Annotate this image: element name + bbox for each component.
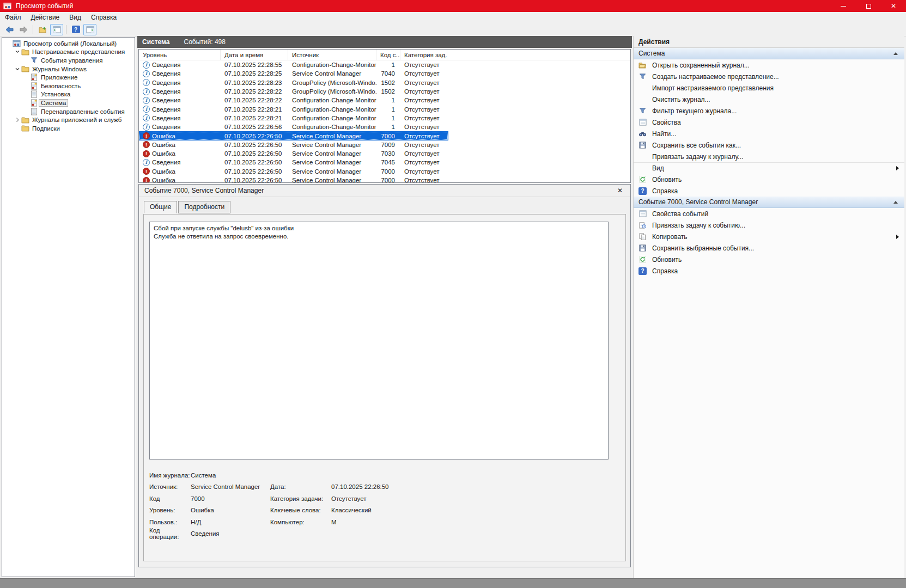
event-list-header: УровеньДата и времяИсточникКод с...Катег… [139,50,630,60]
tree-item[interactable]: Подписки [2,124,135,133]
field-value: Отсутствует [331,495,389,502]
info-icon: i [143,79,150,86]
tree-expander[interactable] [14,66,21,72]
event-row[interactable]: iСведения07.10.2025 22:28:55Configuratio… [139,60,630,69]
tree-item[interactable]: Журналы Windows [2,65,135,74]
tree-item[interactable]: Журналы приложений и служб [2,115,135,124]
action-item[interactable]: Обновить [634,174,904,185]
action-item[interactable]: Открыть сохраненный журнал... [634,59,904,71]
help-button[interactable]: ? [69,24,82,35]
action-item[interactable]: Копировать [634,231,904,242]
action-item[interactable]: Свойства [634,117,904,128]
funnel-icon [639,73,646,80]
back-button[interactable] [3,24,16,35]
field-label: Компьютер: [270,519,331,525]
console-pane-icon [86,26,94,33]
action-item-label: Привязать задачу к событию... [652,222,745,229]
menu-1[interactable]: Действие [26,12,65,23]
log-title-bar: Система Событий: 498 [137,36,632,48]
action-item[interactable]: Сохранить выбранные события... [634,242,904,254]
event-row[interactable]: iСведения07.10.2025 22:28:22Configuratio… [139,96,630,105]
detail-title: Событие 7000, Service Control Manager [144,187,264,194]
show-console-tree-button[interactable] [50,24,63,35]
close-button[interactable]: ✕ [881,0,906,12]
info-icon: i [143,88,150,95]
menu-2[interactable]: Вид [64,12,86,23]
action-item[interactable]: Очистить журнал... [634,94,904,105]
event-row[interactable]: iСведения07.10.2025 22:26:50Service Cont… [139,158,630,167]
event-message[interactable]: Сбой при запуске службы "delusb" из-за о… [149,222,609,460]
forward-button[interactable] [17,24,30,35]
column-header[interactable]: Категория зад... [400,50,447,60]
maximize-button[interactable] [856,0,881,12]
tree-item[interactable]: Перенаправленные события [2,107,135,116]
detail-tab-panel: Сбой при запуске службы "delusb" из-за о… [143,214,626,561]
log-icon [31,99,38,107]
tree-item[interactable]: Безопасность [2,82,135,90]
close-icon[interactable]: ✕ [617,187,623,194]
tab-general[interactable]: Общие [144,201,177,213]
info-icon: i [143,62,150,69]
window-controls: ✕ [831,0,906,12]
field-value: М [331,519,389,525]
field-value: Ошибка [191,507,270,513]
action-item[interactable]: Обновить [634,254,904,265]
event-row[interactable]: iСведения07.10.2025 22:28:22GroupPolicy … [139,87,630,96]
tree-item-label: Настраиваемые представления [30,48,127,56]
tree-item[interactable]: Приложение [2,73,135,82]
column-header[interactable]: Код с... [376,50,400,60]
event-viewer-window: Просмотр событий ✕ ФайлДействиеВидСправк… [0,0,906,588]
event-row[interactable]: !Ошибка07.10.2025 22:26:50Service Contro… [139,140,630,149]
menu-0[interactable]: Файл [0,12,26,23]
menu-3[interactable]: Справка [86,12,121,23]
event-row[interactable]: !Ошибка07.10.2025 22:26:50Service Contro… [139,167,630,176]
actions-section-header[interactable]: Событие 7000, Service Control Manager [634,197,904,208]
error-icon: ! [143,177,150,183]
action-item[interactable]: Создать настраиваемое представление... [634,71,904,82]
tree-item[interactable]: Система [2,99,135,107]
tab-details[interactable]: Подробности [178,201,230,213]
tree-item[interactable]: События управления [2,56,135,65]
column-header[interactable]: Дата и время [221,50,288,60]
minimize-button[interactable] [831,0,856,12]
event-row[interactable]: iСведения07.10.2025 22:28:23GroupPolicy … [139,78,630,87]
event-row[interactable]: iСведения07.10.2025 22:28:21Configuratio… [139,105,630,113]
show-action-pane-button[interactable] [83,24,96,35]
detail-title-bar: Событие 7000, Service Control Manager ✕ [139,185,630,197]
event-row[interactable]: !Ошибка07.10.2025 22:26:50Service Contro… [139,131,630,140]
tree-expander[interactable] [14,49,21,54]
app-icon [3,2,11,10]
column-header[interactable]: Уровень [139,50,221,60]
action-item[interactable]: Привязать задачу к журналу... [634,151,904,162]
tree-expander[interactable] [14,117,21,122]
event-row[interactable]: iСведения07.10.2025 22:26:56Configuratio… [139,122,630,131]
action-item[interactable]: Вид [634,162,904,174]
tree-item[interactable]: Настраиваемые представления [2,48,135,57]
tree-item[interactable]: Установка [2,90,135,99]
action-item[interactable]: Импорт настраиваемого представления [634,82,904,94]
error-icon: ! [143,141,150,148]
event-row[interactable]: !Ошибка07.10.2025 22:26:50Service Contro… [139,149,630,158]
action-item[interactable]: ?Справка [634,265,904,277]
column-header[interactable]: Источник [288,50,376,60]
info-icon: i [143,97,150,104]
event-row[interactable]: iСведения07.10.2025 22:28:25Service Cont… [139,69,630,78]
tree-item[interactable]: Просмотр событий (Локальный) [2,39,135,48]
field-label: Дата: [270,483,331,490]
export-button[interactable] [36,24,49,35]
event-row[interactable]: !Ошибка07.10.2025 22:26:50Service Contro… [139,176,630,183]
collapse-icon [893,52,898,55]
event-row[interactable]: iСведения07.10.2025 22:28:21Configuratio… [139,114,630,122]
action-item[interactable]: Сохранить все события как... [634,139,904,151]
actions-section-header[interactable]: Система [634,48,904,59]
action-item[interactable]: Фильтр текущего журнала... [634,105,904,117]
info-icon: i [143,106,150,113]
field-label: Код операции: [149,527,191,540]
action-item[interactable]: Найти... [634,128,904,139]
log-icon [31,74,38,81]
action-item[interactable]: ?Справка [634,185,904,197]
action-item[interactable]: Привязать задачу к событию... [634,219,904,231]
submenu-arrow-icon [896,235,899,239]
action-item[interactable]: Свойства событий [634,208,904,219]
event-message-line: Служба не ответила на запрос своевременн… [154,232,604,241]
